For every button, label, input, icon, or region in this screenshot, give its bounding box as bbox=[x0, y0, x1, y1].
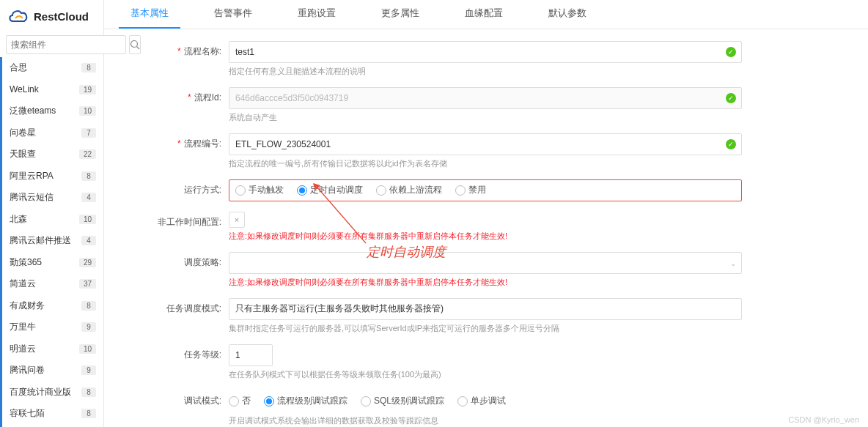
label-strategy: 调度策略: bbox=[126, 252, 229, 269]
sidebar-item-label: 勤策365 bbox=[10, 256, 42, 269]
help-name: 指定任何有意义且能描述本流程的说明 bbox=[229, 66, 742, 77]
tab[interactable]: 更多属性 bbox=[369, 7, 431, 29]
sidebar-badge: 8 bbox=[81, 409, 96, 418]
help-level: 在任务队列模式下可以根据任务等级来领取任务(100为最高) bbox=[229, 369, 742, 380]
sidebar-item-label: 有成财务 bbox=[10, 300, 45, 312]
sidebar-item[interactable]: 北森10 bbox=[0, 209, 103, 231]
label-runmode: 运行方式: bbox=[126, 179, 229, 196]
form: 流程名称: ✓ 指定任何有意义且能描述本流程的说明 流程Id: ✓ 系统 bbox=[104, 29, 868, 427]
app-root: RestCloud 合思8WeLink19泛微eteams10问卷星7天眼查22… bbox=[0, 0, 868, 427]
main: 基本属性告警事件重跑设置更多属性血缘配置默认参数 流程名称: ✓ 指定任何有意义… bbox=[104, 0, 868, 427]
radio-circle-icon bbox=[264, 396, 274, 406]
tab[interactable]: 默认参数 bbox=[537, 7, 598, 29]
sidebar: RestCloud 合思8WeLink19泛微eteams10问卷星7天眼查22… bbox=[0, 0, 104, 427]
sidebar-item-label: WeLink bbox=[10, 84, 39, 94]
sidebar-badge: 37 bbox=[79, 279, 96, 289]
label-level: 任务等级: bbox=[126, 344, 229, 361]
radio-circle-icon bbox=[297, 185, 307, 196]
valid-icon: ✓ bbox=[726, 139, 736, 149]
help-schedmode: 集群时指定任务可运行的服务器,可以填写ServerId或IP来指定可运行的服务器… bbox=[229, 323, 742, 334]
input-process-name[interactable] bbox=[229, 41, 742, 63]
sidebar-item-label: 腾讯云短信 bbox=[10, 191, 54, 204]
sidebar-badge: 19 bbox=[79, 85, 96, 94]
debug-group: 否流程级别调试跟踪SQL级别调试跟踪单步调试 bbox=[229, 390, 742, 412]
radio-circle-icon bbox=[457, 396, 468, 406]
radio-label: 依赖上游流程 bbox=[389, 184, 442, 196]
label-schedmode: 任务调度模式: bbox=[126, 298, 229, 315]
radio-label: 否 bbox=[242, 395, 251, 407]
sidebar-item-label: 泛微eteams bbox=[10, 105, 56, 117]
help-id: 系统自动产生 bbox=[229, 112, 742, 123]
radio-label: 单步调试 bbox=[471, 395, 506, 407]
sidebar-badge: 8 bbox=[81, 387, 96, 397]
select-strategy[interactable] bbox=[229, 252, 742, 274]
radio-circle-icon bbox=[235, 185, 246, 196]
input-level[interactable] bbox=[229, 344, 273, 366]
sidebar-item[interactable]: 合思8 bbox=[0, 57, 103, 79]
radio-circle-icon bbox=[361, 396, 371, 406]
sidebar-badge: 10 bbox=[79, 215, 96, 224]
help-debug: 开启调试模式系统会输出详细的数据获取及校验等跟踪信息 bbox=[229, 415, 742, 426]
radio-option[interactable]: 依赖上游流程 bbox=[376, 184, 442, 196]
tab[interactable]: 告警事件 bbox=[202, 7, 264, 29]
chevron-down-icon: ⌄ bbox=[730, 259, 736, 267]
sidebar-item[interactable]: 勤策36529 bbox=[0, 252, 103, 274]
radio-option[interactable]: 否 bbox=[229, 395, 251, 407]
sidebar-item[interactable]: 万里牛9 bbox=[0, 316, 103, 338]
radio-option[interactable]: 禁用 bbox=[455, 184, 486, 196]
sidebar-item[interactable]: 简道云37 bbox=[0, 273, 103, 295]
input-schedmode[interactable] bbox=[229, 298, 742, 320]
sidebar-item[interactable]: 百度统计商业版8 bbox=[0, 382, 103, 404]
sidebar-badge: 10 bbox=[79, 344, 96, 354]
sidebar-item[interactable]: 泛微eteams10 bbox=[0, 100, 103, 122]
tab[interactable]: 血缘配置 bbox=[453, 7, 515, 29]
sidebar-item[interactable]: 富勒wms6 bbox=[0, 425, 103, 428]
radio-option[interactable]: SQL级别调试跟踪 bbox=[361, 395, 444, 407]
runmode-group: 手动触发定时自动调度依赖上游流程禁用 bbox=[229, 179, 742, 201]
radio-label: SQL级别调试跟踪 bbox=[374, 395, 444, 407]
radio-option[interactable]: 定时自动调度 bbox=[297, 184, 363, 196]
sidebar-item-label: 容联七陌 bbox=[10, 407, 45, 420]
radio-option[interactable]: 单步调试 bbox=[457, 395, 506, 407]
sidebar-badge: 10 bbox=[79, 106, 96, 116]
nonwork-clear[interactable]: × bbox=[229, 212, 245, 228]
sidebar-item[interactable]: 腾讯云短信4 bbox=[0, 187, 103, 209]
label-id: 流程Id: bbox=[126, 87, 229, 104]
sidebar-item[interactable]: 阿里云RPA8 bbox=[0, 166, 103, 187]
sidebar-badge: 9 bbox=[81, 322, 96, 332]
watermark: CSDN @Kyrio_wen bbox=[788, 415, 859, 424]
tab[interactable]: 重跑设置 bbox=[286, 7, 347, 29]
sidebar-badge: 8 bbox=[81, 301, 96, 311]
logo-cloud-icon bbox=[7, 8, 29, 24]
help-code: 指定流程的唯一编号,所有传输日记数据将以此id作为表名存储 bbox=[229, 158, 742, 169]
sidebar-badge: 8 bbox=[81, 63, 96, 73]
help-nonwork: 注意:如果修改调度时间则必须要在所有集群服务器中重新启停本任务才能生效! bbox=[229, 231, 742, 242]
sidebar-item[interactable]: 腾讯云邮件推送4 bbox=[0, 230, 103, 252]
logo: RestCloud bbox=[0, 0, 103, 32]
help-strategy: 注意:如果修改调度时间则必须要在所有集群服务器中重新启停本任务才能生效! bbox=[229, 277, 742, 288]
sidebar-item[interactable]: 腾讯问卷9 bbox=[0, 360, 103, 382]
sidebar-item-label: 腾讯问卷 bbox=[10, 364, 45, 376]
label-debug: 调试模式: bbox=[126, 390, 229, 407]
radio-circle-icon bbox=[455, 185, 466, 196]
sidebar-badge: 22 bbox=[79, 149, 96, 159]
sidebar-item[interactable]: 天眼查22 bbox=[0, 144, 103, 166]
input-process-code[interactable] bbox=[229, 133, 742, 155]
tab[interactable]: 基本属性 bbox=[119, 7, 180, 29]
radio-circle-icon bbox=[376, 185, 386, 196]
radio-circle-icon bbox=[229, 396, 239, 406]
sidebar-badge: 8 bbox=[81, 171, 96, 181]
sidebar-badge: 4 bbox=[81, 193, 96, 202]
sidebar-badge: 29 bbox=[79, 258, 96, 267]
sidebar-item[interactable]: 明道云10 bbox=[0, 338, 103, 360]
sidebar-item-label: 北森 bbox=[10, 213, 27, 226]
radio-label: 禁用 bbox=[468, 184, 486, 196]
valid-icon: ✓ bbox=[726, 47, 736, 57]
sidebar-item[interactable]: WeLink19 bbox=[0, 79, 103, 101]
sidebar-item[interactable]: 问卷星7 bbox=[0, 122, 103, 144]
sidebar-item[interactable]: 容联七陌8 bbox=[0, 403, 103, 425]
label-code: 流程编号: bbox=[126, 133, 229, 150]
sidebar-item[interactable]: 有成财务8 bbox=[0, 295, 103, 317]
radio-option[interactable]: 手动触发 bbox=[235, 184, 284, 196]
radio-option[interactable]: 流程级别调试跟踪 bbox=[264, 395, 347, 407]
